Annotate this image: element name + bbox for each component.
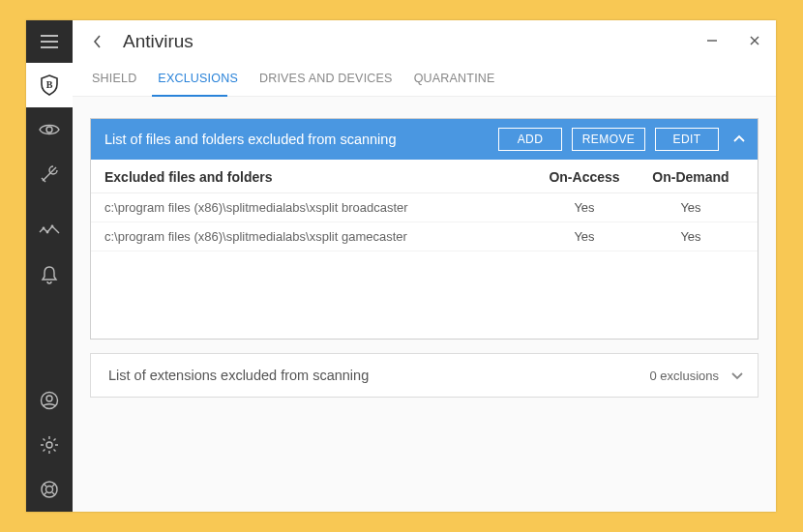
- table-row[interactable]: c:\program files (x86)\splitmedialabs\xs…: [91, 222, 758, 251]
- svg-text:B: B: [46, 79, 53, 90]
- expand-button[interactable]: [730, 368, 744, 383]
- window-controls: [704, 33, 762, 50]
- cell-path: c:\program files (x86)\splitmedialabs\xs…: [104, 229, 531, 244]
- exclusions-panel-header: List of files and folders excluded from …: [91, 119, 758, 160]
- cell-demand: Yes: [638, 229, 744, 244]
- sidebar-item-tools[interactable]: [26, 152, 73, 196]
- svg-point-2: [43, 227, 45, 230]
- bell-icon: [41, 265, 58, 284]
- cell-access: Yes: [531, 200, 638, 215]
- tools-icon: [40, 164, 59, 184]
- extensions-panel[interactable]: List of extensions excluded from scannin…: [90, 353, 758, 398]
- svg-point-7: [46, 442, 52, 448]
- close-button[interactable]: [747, 33, 762, 50]
- col-header-demand: On-Demand: [638, 169, 744, 185]
- col-header-path: Excluded files and folders: [104, 169, 531, 185]
- edit-button[interactable]: EDIT: [655, 128, 719, 151]
- menu-button[interactable]: [26, 20, 73, 63]
- extensions-panel-title: List of extensions excluded from scannin…: [108, 368, 649, 383]
- shield-icon: B: [40, 74, 59, 96]
- tab-shield[interactable]: SHIELD: [92, 72, 136, 87]
- cell-path: c:\program files (x86)\splitmedialabs\xs…: [104, 200, 531, 215]
- main-area: Antivirus SHIELD EXCLUSIONS DRIVES AND D…: [73, 20, 776, 512]
- svg-point-3: [46, 231, 49, 234]
- sidebar-item-account[interactable]: [26, 378, 73, 423]
- svg-point-9: [46, 487, 53, 493]
- sidebar: B: [26, 20, 73, 512]
- content: List of files and folders excluded from …: [73, 97, 776, 512]
- sidebar-item-activity[interactable]: [26, 208, 73, 252]
- lifebuoy-icon: [40, 480, 59, 499]
- svg-point-4: [51, 225, 54, 228]
- user-icon: [40, 391, 59, 410]
- sidebar-item-antivirus[interactable]: B: [26, 63, 73, 107]
- activity-icon: [39, 223, 60, 237]
- col-header-access: On-Access: [531, 169, 638, 185]
- hamburger-icon: [41, 35, 58, 48]
- panel-title: List of files and folders excluded from …: [104, 132, 489, 147]
- sidebar-item-privacy[interactable]: [26, 107, 73, 152]
- exclusions-count: 0 exclusions: [649, 369, 719, 383]
- eye-icon: [39, 123, 60, 136]
- svg-point-1: [46, 127, 52, 133]
- chevron-down-icon: [730, 370, 744, 380]
- minimize-button[interactable]: [704, 33, 720, 50]
- tab-drives[interactable]: DRIVES AND DEVICES: [259, 72, 393, 87]
- table-row[interactable]: c:\program files (x86)\splitmedialabs\xs…: [91, 193, 758, 222]
- titlebar: Antivirus: [73, 20, 776, 63]
- sidebar-item-notifications[interactable]: [26, 252, 73, 297]
- tab-exclusions[interactable]: EXCLUSIONS: [158, 72, 238, 87]
- chevron-left-icon: [93, 34, 103, 49]
- chevron-up-icon: [732, 134, 746, 144]
- tabs: SHIELD EXCLUSIONS DRIVES AND DEVICES QUA…: [73, 63, 776, 97]
- page-title: Antivirus: [123, 31, 193, 52]
- gear-icon: [40, 435, 59, 455]
- cell-demand: Yes: [638, 200, 744, 215]
- app-window: B Antivirus: [26, 20, 776, 512]
- tab-quarantine[interactable]: QUARANTINE: [414, 72, 495, 87]
- sidebar-item-settings[interactable]: [26, 423, 73, 467]
- minimize-icon: [706, 35, 718, 46]
- exclusions-panel: List of files and folders excluded from …: [90, 118, 758, 340]
- table-spacer: [91, 251, 758, 339]
- remove-button[interactable]: REMOVE: [572, 128, 645, 151]
- add-button[interactable]: ADD: [498, 128, 562, 151]
- table-header: Excluded files and folders On-Access On-…: [91, 160, 758, 193]
- cell-access: Yes: [531, 229, 638, 244]
- collapse-button[interactable]: [732, 132, 746, 147]
- close-icon: [749, 35, 760, 46]
- svg-point-6: [46, 396, 52, 401]
- sidebar-item-support[interactable]: [26, 467, 73, 512]
- tab-underline: [152, 95, 227, 97]
- back-button[interactable]: [78, 22, 117, 61]
